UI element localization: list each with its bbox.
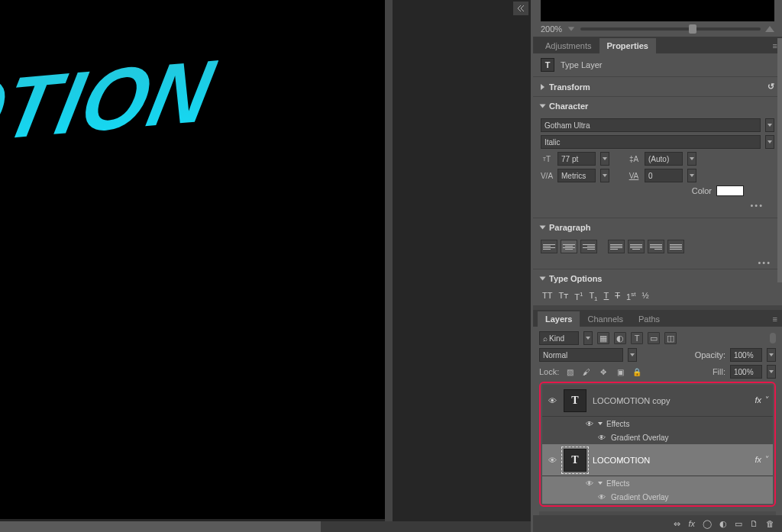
justify-right-button[interactable] xyxy=(648,240,664,253)
layer-row[interactable]: 👁 T LOCOMOTION fx ˅ xyxy=(542,444,773,476)
filter-type-icon[interactable]: T xyxy=(631,332,643,344)
section-transform[interactable]: Transform ↺ xyxy=(533,77,782,96)
fx-badge[interactable]: fx ˅ xyxy=(755,395,768,405)
layer-mask-icon[interactable]: ◯ xyxy=(703,519,712,529)
fx-badge[interactable]: fx ˅ xyxy=(755,455,768,465)
align-left-button[interactable] xyxy=(541,240,557,253)
filter-toggle[interactable] xyxy=(770,333,776,343)
tracking-dropdown[interactable] xyxy=(600,169,609,182)
zoom-out-icon[interactable] xyxy=(568,27,574,31)
align-center-button[interactable] xyxy=(561,240,577,253)
font-family-field[interactable]: Gotham Ultra xyxy=(541,118,761,132)
fractions-button[interactable]: ½ xyxy=(640,291,650,302)
blend-mode-field[interactable]: Normal xyxy=(539,348,623,362)
filter-smart-icon[interactable]: ◫ xyxy=(664,332,677,344)
filter-adjust-icon[interactable]: ◐ xyxy=(614,332,626,344)
zoom-slider[interactable] xyxy=(580,27,761,31)
zoom-in-icon[interactable] xyxy=(765,26,774,32)
kerning-dropdown[interactable] xyxy=(687,169,696,182)
document-canvas[interactable]: OTION xyxy=(0,0,385,519)
lock-position-icon[interactable]: ✥ xyxy=(597,366,609,378)
visibility-toggle-icon[interactable]: 👁 xyxy=(547,396,557,405)
color-swatch[interactable] xyxy=(716,185,744,196)
layer-thumbnail[interactable]: T xyxy=(564,389,586,412)
underline-button[interactable]: T xyxy=(603,291,611,302)
visibility-toggle-icon[interactable]: 👁 xyxy=(547,456,557,465)
tab-properties[interactable]: Properties xyxy=(599,38,656,53)
layer-effect-item[interactable]: 👁 Gradient Overlay xyxy=(542,490,773,504)
filter-shape-icon[interactable]: ▭ xyxy=(648,332,660,344)
layer-effects-row[interactable]: 👁 Effects xyxy=(542,476,773,490)
font-size-dropdown[interactable] xyxy=(600,152,609,166)
zoom-value[interactable]: 200% xyxy=(541,24,562,34)
canvas-text-layer[interactable]: OTION xyxy=(0,39,224,165)
section-character[interactable]: Character xyxy=(533,97,782,115)
reset-icon[interactable]: ↺ xyxy=(767,82,774,92)
lock-all-icon[interactable]: 🔒 xyxy=(631,366,643,378)
panel-menu-icon[interactable]: ≡ xyxy=(768,311,782,327)
superscript-button[interactable]: T1 xyxy=(573,291,584,302)
layer-name[interactable]: LOCOMOTION copy xyxy=(593,396,748,405)
collapsed-panel-tab[interactable] xyxy=(513,2,528,15)
opacity-field[interactable]: 100% xyxy=(730,348,762,362)
properties-panel-tabs: Adjustments Properties ≡ xyxy=(533,37,782,53)
horizontal-scrollbar[interactable] xyxy=(0,521,531,532)
layer-thumbnail[interactable]: T xyxy=(564,449,586,472)
opacity-dropdown[interactable] xyxy=(767,348,776,362)
layer-style-icon[interactable]: fx xyxy=(688,519,695,528)
section-type-options[interactable]: Type Options xyxy=(533,269,782,288)
lock-paint-icon[interactable]: 🖌 xyxy=(580,366,593,378)
leading-dropdown[interactable] xyxy=(687,152,696,166)
visibility-toggle-icon[interactable]: 👁 xyxy=(585,420,594,428)
align-right-button[interactable] xyxy=(580,240,597,253)
tab-channels[interactable]: Channels xyxy=(580,311,630,327)
font-style-dropdown[interactable] xyxy=(765,135,774,149)
lock-artboard-icon[interactable]: ▣ xyxy=(614,366,626,378)
layer-effects-row[interactable]: 👁 Effects xyxy=(542,417,773,430)
font-family-dropdown[interactable] xyxy=(765,118,774,132)
visibility-toggle-icon[interactable]: 👁 xyxy=(597,493,606,501)
subscript-button[interactable]: T1 xyxy=(587,291,599,302)
visibility-toggle-icon[interactable]: 👁 xyxy=(597,434,606,442)
visibility-toggle-icon[interactable]: 👁 xyxy=(585,479,594,488)
group-icon[interactable]: ▭ xyxy=(735,519,742,529)
scroll-thumb[interactable] xyxy=(0,521,321,532)
effects-label: Effects xyxy=(606,479,629,488)
font-size-field[interactable]: 77 pt xyxy=(557,152,596,166)
tracking-field[interactable]: Metrics xyxy=(557,169,596,182)
font-style-field[interactable]: Italic xyxy=(541,135,761,149)
canvas-area[interactable]: OTION xyxy=(0,0,531,532)
fill-field[interactable]: 100% xyxy=(730,365,762,379)
layer-filter-dropdown[interactable] xyxy=(583,331,593,345)
blend-mode-dropdown[interactable] xyxy=(628,348,637,362)
navigator-preview[interactable] xyxy=(541,0,774,21)
small-caps-button[interactable]: Tᴛ xyxy=(557,291,570,302)
kerning-field[interactable]: 0 xyxy=(645,169,683,182)
layer-effect-item[interactable]: 👁 Gradient Overlay xyxy=(542,430,773,444)
layer-filter-type[interactable]: ⌕Kind xyxy=(539,331,579,345)
filter-pixel-icon[interactable]: ▦ xyxy=(597,332,609,344)
section-paragraph[interactable]: Paragraph xyxy=(533,218,782,237)
zoom-slider-knob[interactable] xyxy=(689,24,696,34)
new-layer-icon[interactable]: 🗋 xyxy=(750,519,758,528)
panel-scrollbar[interactable] xyxy=(777,38,782,282)
delete-layer-icon[interactable]: 🗑 xyxy=(766,519,774,528)
tab-layers[interactable]: Layers xyxy=(538,311,580,327)
more-options-icon[interactable]: ••• xyxy=(533,256,782,269)
lock-transparency-icon[interactable]: ▨ xyxy=(564,366,576,378)
more-options-icon[interactable]: ••• xyxy=(541,199,774,211)
justify-left-button[interactable] xyxy=(608,240,625,253)
link-layers-icon[interactable]: ⇔ xyxy=(674,519,680,529)
adjustment-layer-icon[interactable]: ◐ xyxy=(719,519,727,529)
all-caps-button[interactable]: TT xyxy=(541,291,554,302)
layer-name[interactable]: LOCOMOTION xyxy=(593,456,748,465)
strikethrough-button[interactable]: T xyxy=(613,291,622,302)
justify-center-button[interactable] xyxy=(628,240,645,253)
fill-dropdown[interactable] xyxy=(767,365,776,379)
leading-field[interactable]: (Auto) xyxy=(645,152,683,166)
tab-adjustments[interactable]: Adjustments xyxy=(538,38,599,53)
layer-row[interactable]: 👁 T LOCOMOTION copy fx ˅ xyxy=(542,385,773,417)
tab-paths[interactable]: Paths xyxy=(631,311,667,327)
ordinals-button[interactable]: 1st xyxy=(625,291,637,302)
justify-all-button[interactable] xyxy=(667,240,684,253)
